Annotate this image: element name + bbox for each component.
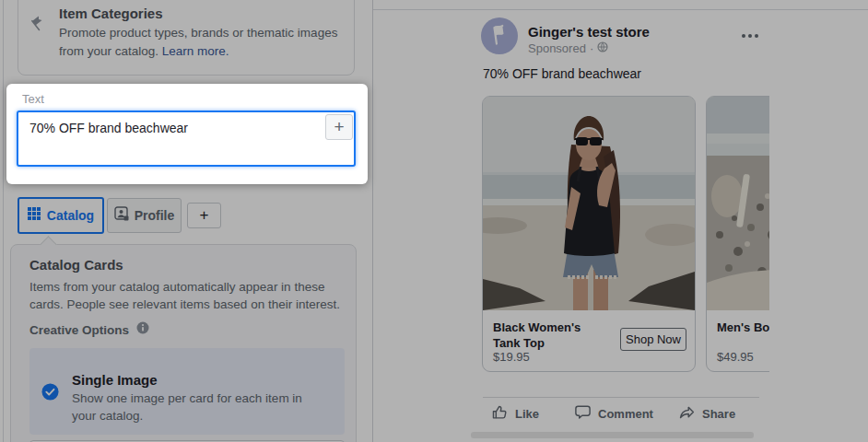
sponsored-separator: · <box>590 41 593 55</box>
ads-creative-editor: Item Categories Promote product types, b… <box>0 0 868 442</box>
window-left-border <box>3 0 4 442</box>
page-avatar[interactable] <box>481 17 518 54</box>
catalog-grid-icon <box>28 207 41 224</box>
sponsored-row: Sponsored · <box>528 41 608 55</box>
share-label: Share <box>702 407 735 421</box>
text-field-label: Text <box>22 92 44 106</box>
like-button[interactable]: Like <box>491 403 539 425</box>
add-text-option-button[interactable]: + <box>325 114 353 140</box>
panel-caret <box>40 236 56 252</box>
option-single-image-title: Single Image <box>72 372 158 388</box>
shop-now-button[interactable]: Shop Now <box>620 328 686 351</box>
add-tab-button[interactable]: + <box>187 203 221 228</box>
comment-button[interactable]: Comment <box>574 403 653 425</box>
item-categories-description: Promote product types, brands or themati… <box>59 24 343 61</box>
tab-catalog[interactable]: Catalog <box>18 197 104 234</box>
text-section-spotlight: Text 70% OFF brand beachwear + <box>6 84 368 184</box>
product-title: Men's Bo <box>717 320 769 335</box>
globe-icon <box>597 41 608 55</box>
tab-catalog-label: Catalog <box>47 208 94 223</box>
plus-icon: + <box>334 117 344 137</box>
tab-profile[interactable]: Profile <box>107 198 182 233</box>
item-categories-title: Item Categories <box>59 6 163 21</box>
horizontal-scrollbar[interactable] <box>471 432 754 438</box>
profile-icon <box>114 206 129 225</box>
like-label: Like <box>515 407 539 421</box>
product-image <box>707 97 769 310</box>
plus-icon: + <box>200 206 209 225</box>
info-icon[interactable] <box>136 321 149 338</box>
flag-icon <box>30 15 47 31</box>
learn-more-link[interactable]: Learn more. <box>162 44 229 58</box>
ad-text-input[interactable]: 70% OFF brand beachwear <box>17 110 356 167</box>
ad-text: 70% OFF brand beachwear <box>483 66 641 81</box>
avatar-flag-icon <box>481 16 518 56</box>
creative-options-row: Creative Options <box>29 321 149 338</box>
product-price: $19.95 <box>493 350 530 364</box>
thumb-up-icon <box>491 403 509 425</box>
page-name[interactable]: Ginger's test store <box>528 24 650 40</box>
preview-top-border <box>373 9 868 10</box>
option-single-image[interactable]: Single Image Show one image per card for… <box>29 348 345 435</box>
check-circle-icon[interactable] <box>41 383 59 401</box>
catalog-cards-description: Items from your catalog automatically ap… <box>29 278 352 313</box>
product-price: $49.95 <box>717 350 754 364</box>
post-divider <box>483 397 759 398</box>
catalog-cards-panel: Catalog Cards Items from your catalog au… <box>10 244 357 442</box>
ad-preview-panel: Ginger's test store Sponsored · 70% OFF … <box>372 0 868 442</box>
product-image <box>483 97 695 310</box>
comment-label: Comment <box>598 407 653 421</box>
share-button[interactable]: Share <box>678 403 735 425</box>
product-card[interactable]: Men's Bo $49.95 <box>706 96 769 372</box>
tab-profile-label: Profile <box>135 208 175 223</box>
product-title: Black Women's Tank Top <box>493 320 605 351</box>
catalog-cards-title: Catalog Cards <box>29 257 123 273</box>
creative-options-label: Creative Options <box>29 323 129 337</box>
more-options-icon[interactable] <box>738 30 762 41</box>
share-icon <box>678 403 696 425</box>
item-categories-card: Item Categories Promote product types, b… <box>18 0 355 76</box>
carousel-viewport[interactable]: Black Women's Tank Top $19.95 Shop Now <box>482 96 769 374</box>
sponsored-label: Sponsored <box>528 41 586 55</box>
product-card[interactable]: Black Women's Tank Top $19.95 Shop Now <box>482 96 696 372</box>
comment-icon <box>574 403 592 425</box>
option-single-image-description: Show one image per card for each item in… <box>72 390 326 425</box>
